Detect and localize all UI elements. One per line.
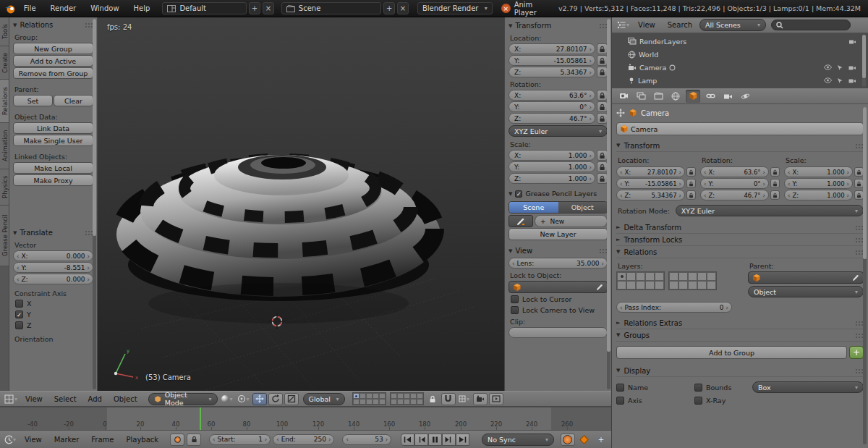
grease-pencil-draw-icon-button[interactable] (509, 215, 533, 227)
timeline-editor-type-button[interactable]: ▾ (3, 434, 17, 446)
mode-dropdown[interactable]: Object Mode ▾ (148, 393, 218, 405)
translate-x-field[interactable]: ‹ X: 0.000 › (13, 250, 93, 261)
manipulator-scale-toggle[interactable] (284, 393, 299, 405)
transform-locks-panel-header[interactable]: ► Transform Locks (616, 234, 864, 246)
previous-keyframe-button[interactable] (414, 434, 428, 446)
menu-playback[interactable]: Playback (121, 436, 163, 444)
pivot-point-dropdown[interactable]: ▾ (236, 393, 251, 405)
parent-clear-button[interactable]: Clear (54, 95, 93, 106)
parent-type-dropdown[interactable]: Object ▾ (748, 286, 864, 297)
frame-start-field[interactable]: ‹ Start: 1 › (209, 434, 271, 445)
view-panel-header[interactable]: ▼ View (505, 245, 611, 257)
rotation-mode-dropdown[interactable]: XYZ Euler ▾ (676, 205, 864, 216)
lock-object-picker[interactable] (509, 281, 608, 293)
object-layers-grid-right[interactable] (668, 271, 717, 290)
parent-object-picker[interactable] (748, 271, 864, 284)
relations-extras-panel-header[interactable]: ► Relations Extras (616, 317, 864, 329)
scene-selector[interactable]: Scene (281, 2, 381, 14)
scale-x-field[interactable]: X: 1.000 › (509, 150, 595, 161)
jump-to-start-button[interactable] (401, 434, 414, 446)
lock-icon[interactable] (597, 101, 608, 112)
menu-select[interactable]: Select (49, 395, 82, 403)
checkbox[interactable] (511, 306, 519, 314)
lock-camera-to-view-checkbox[interactable]: Lock Camera to View (505, 305, 611, 316)
display-mode-dropdown[interactable]: All Scenes ▾ (699, 19, 766, 31)
outliner-item-renderlayers[interactable]: RenderLayers (612, 35, 868, 48)
checkbox-checked[interactable]: ✓ (15, 310, 23, 318)
new-group-button[interactable]: New Group (13, 43, 93, 54)
display-panel-header[interactable]: ▼ Display (616, 365, 864, 377)
clip-start-field[interactable] (509, 327, 608, 338)
record-animation-button[interactable] (561, 434, 575, 446)
tab-scene[interactable] (651, 90, 665, 103)
lock-icon[interactable] (597, 67, 608, 77)
add-scene-button[interactable]: + (383, 2, 395, 14)
menu-file[interactable]: File (17, 0, 43, 17)
tab-object-data[interactable] (720, 90, 735, 103)
object-name-input[interactable]: Camera (616, 122, 864, 135)
new-layer-button[interactable]: New Layer (509, 228, 608, 240)
rotation-x-field[interactable]: ‹ X: 63.6° › (700, 166, 769, 177)
viewport-shading-dropdown[interactable]: ▾ (219, 393, 234, 405)
display-bounds-checkbox[interactable]: Bounds (694, 384, 746, 392)
make-local-button[interactable]: Make Local (13, 162, 93, 174)
translate-panel-header[interactable]: ▼ Translate (9, 227, 97, 239)
menu-help[interactable]: Help (127, 0, 157, 17)
menu-window[interactable]: Window (84, 0, 125, 17)
rotation-y-field[interactable]: Y: 0° › (509, 101, 595, 112)
lock-icon[interactable] (770, 167, 780, 177)
lock-icon[interactable] (597, 55, 608, 66)
constraint-x-checkbox[interactable]: X (9, 298, 97, 309)
screen-layout-selector[interactable]: Default (162, 2, 247, 14)
tool-tab-create[interactable]: Create (0, 46, 9, 80)
visibility-eye-icon[interactable] (824, 64, 832, 70)
frame-end-field[interactable]: ‹ End: 250 › (273, 434, 334, 445)
active-keyingset-icon-button[interactable] (577, 434, 592, 446)
breadcrumb-object-name[interactable]: Camera (641, 109, 669, 117)
selectability-arrow-icon[interactable] (837, 64, 843, 71)
groups-panel-header[interactable]: ▼ Groups (616, 329, 864, 342)
constraint-y-checkbox[interactable]: ✓ Y (9, 309, 97, 320)
renderability-camera-icon[interactable] (848, 64, 856, 71)
add-to-group-button[interactable]: Add to Group (616, 346, 847, 359)
tool-tab-animation[interactable]: Animation (0, 123, 9, 169)
menu-add[interactable]: Add (83, 395, 107, 403)
link-data-button[interactable]: Link Data (13, 122, 93, 134)
keyingset-lock-button[interactable] (187, 434, 201, 446)
tab-physics[interactable] (738, 90, 752, 103)
lock-to-cursor-checkbox[interactable]: Lock to Cursor (505, 294, 611, 305)
tab-scene[interactable]: Scene (509, 202, 558, 213)
checkbox[interactable] (616, 384, 624, 392)
current-frame-field[interactable]: ‹ 53 › (342, 434, 391, 445)
transform-panel-header[interactable]: ▼ Transform (616, 140, 864, 152)
menu-render[interactable]: Render (44, 0, 83, 17)
make-single-user-button[interactable]: Make Single User (13, 135, 93, 146)
lock-icon[interactable] (597, 113, 608, 124)
checkbox[interactable] (15, 321, 23, 329)
menu-frame[interactable]: Frame (86, 436, 119, 444)
rotation-z-field[interactable]: Z: 46.7° › (509, 113, 595, 124)
lock-icon[interactable] (686, 190, 696, 200)
layer-grid-left[interactable] (352, 392, 386, 405)
render-toggle-icon[interactable] (848, 38, 856, 45)
rotation-z-field[interactable]: ‹ Z: 46.7° › (700, 190, 769, 200)
delta-transform-panel-header[interactable]: ► Delta Transform (616, 221, 864, 234)
timeline-ruler[interactable]: -40 -20 0 20 40 60 80 100 120 140 160 18… (0, 407, 611, 430)
manipulator-translate-toggle[interactable] (252, 393, 267, 405)
location-x-field[interactable]: ‹ X: 27.80107 › (616, 166, 685, 177)
visibility-eye-icon[interactable] (824, 77, 832, 83)
scene-lock-icon[interactable] (425, 393, 440, 405)
grease-pencil-layers-panel-header[interactable]: ▼ ✓ Grease Pencil Layers (505, 187, 611, 200)
tab-object[interactable] (686, 90, 700, 103)
properties-scrollbar[interactable] (863, 107, 867, 444)
checkbox[interactable] (694, 384, 702, 392)
transform-panel-header[interactable]: ▼ Transform (505, 20, 611, 32)
scale-y-field[interactable]: Y: 1.000 › (509, 161, 595, 172)
delete-scene-button[interactable]: × (397, 2, 409, 14)
render-engine-dropdown[interactable]: Blender Render ▾ (417, 2, 493, 14)
menu-object[interactable]: Object (109, 395, 142, 403)
display-name-checkbox[interactable]: Name (616, 384, 689, 392)
lock-icon[interactable] (597, 173, 608, 184)
translate-z-field[interactable]: ‹ Z: 0.000 › (13, 274, 93, 284)
outliner-item-world[interactable]: World (612, 48, 868, 61)
